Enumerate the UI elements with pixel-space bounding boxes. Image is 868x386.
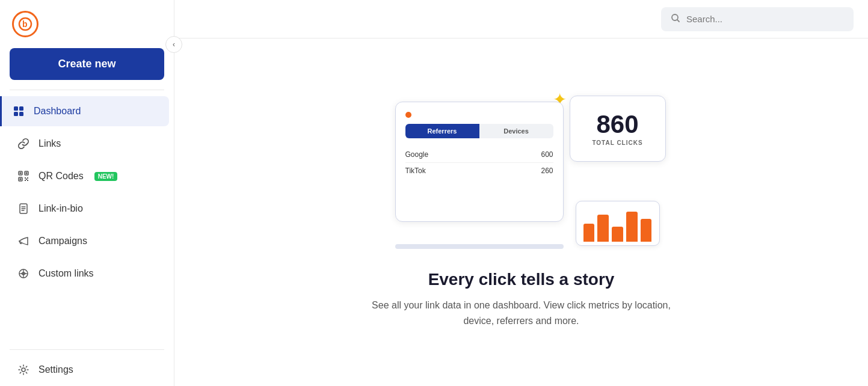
row-value: 260 — [541, 167, 553, 175]
sidebar-item-label: Custom links — [38, 268, 94, 279]
sidebar-collapse-toggle[interactable]: ‹ — [165, 36, 182, 53]
stats-number: 860 — [596, 112, 638, 137]
svg-rect-11 — [20, 179, 22, 180]
chart-bar — [583, 224, 595, 242]
svg-rect-13 — [27, 177, 28, 179]
illustration-container: ✦ Referrers Devices Google 600 — [365, 84, 678, 252]
svg-rect-3 — [19, 106, 23, 111]
row-label: Google — [405, 150, 429, 159]
sidebar-bottom-divider — [10, 349, 164, 350]
logo-icon: b — [12, 11, 38, 37]
svg-rect-14 — [25, 180, 26, 181]
row-value: 600 — [541, 150, 553, 159]
dashboard-icon — [12, 105, 25, 118]
tabs-row: Referrers Devices — [405, 124, 553, 138]
links-icon — [17, 137, 30, 150]
sidebar-item-campaigns[interactable]: Campaigns — [5, 226, 169, 256]
main-content: ✦ Referrers Devices Google 600 — [174, 0, 868, 386]
tab-referrers: Referrers — [405, 124, 479, 138]
row-label: TikTok — [405, 167, 426, 175]
top-header — [174, 0, 868, 38]
sidebar-item-dashboard[interactable]: Dashboard — [0, 96, 169, 126]
new-badge: NEW! — [94, 172, 118, 181]
table-row: TikTok 260 — [405, 163, 553, 179]
create-new-button[interactable]: Create new — [10, 48, 164, 80]
table-row: Google 600 — [405, 147, 553, 163]
stats-card: 860 TOTAL CLICKS — [570, 96, 666, 162]
sidebar-divider — [10, 90, 164, 90]
svg-rect-4 — [14, 112, 18, 116]
search-bar[interactable] — [661, 7, 854, 31]
chart-bar — [612, 227, 623, 242]
chart-card — [576, 201, 660, 246]
sidebar-item-label: QR Codes — [38, 171, 84, 182]
logo-area: b — [0, 0, 174, 48]
hero-subtitle: See all your link data in one dashboard.… — [365, 298, 678, 328]
svg-rect-12 — [25, 177, 26, 179]
card-dots — [405, 112, 553, 118]
sidebar-item-label: Campaigns — [38, 236, 87, 247]
svg-line-28 — [677, 20, 679, 22]
svg-rect-7 — [20, 173, 22, 174]
stats-label: TOTAL CLICKS — [592, 139, 642, 146]
sidebar-item-settings[interactable]: Settings — [5, 355, 169, 385]
svg-rect-5 — [19, 112, 23, 116]
sidebar-bottom: Settings — [0, 349, 174, 386]
dot-icon — [405, 112, 411, 118]
hero-title: Every click tells a story — [428, 270, 615, 289]
svg-rect-16 — [26, 179, 27, 180]
svg-rect-15 — [27, 180, 28, 181]
sidebar-item-link-in-bio[interactable]: Link-in-bio — [5, 194, 169, 224]
tab-devices: Devices — [479, 124, 553, 138]
chart-bar — [597, 215, 609, 242]
svg-text:b: b — [22, 19, 28, 29]
svg-point-26 — [22, 368, 25, 372]
chart-bar — [641, 219, 652, 242]
sidebar-item-custom-links[interactable]: Custom links — [5, 259, 169, 289]
qr-codes-icon — [17, 170, 30, 183]
hero-illustration: ✦ Referrers Devices Google 600 — [365, 84, 678, 252]
sidebar-item-qr-codes[interactable]: QR Codes NEW! — [5, 161, 169, 191]
campaigns-icon — [17, 234, 30, 248]
sidebar-item-label: Settings — [38, 364, 73, 375]
search-input[interactable] — [686, 14, 844, 24]
settings-icon — [17, 363, 30, 376]
sidebar-item-label: Links — [38, 138, 61, 149]
search-icon — [671, 13, 680, 25]
hero-section: ✦ Referrers Devices Google 600 — [174, 38, 868, 386]
sidebar-item-label: Link-in-bio — [38, 203, 83, 214]
sidebar: b Create new Dashboard Links — [0, 0, 174, 386]
link-in-bio-icon — [17, 202, 30, 215]
chart-bar — [626, 212, 638, 242]
svg-rect-9 — [26, 173, 28, 174]
illustration-base — [395, 244, 564, 249]
sidebar-item-label: Dashboard — [34, 106, 81, 117]
sidebar-item-links[interactable]: Links — [5, 129, 169, 159]
dashboard-card: Referrers Devices Google 600 TikTok 260 — [395, 102, 564, 222]
custom-links-icon — [17, 267, 30, 280]
svg-rect-2 — [14, 106, 18, 111]
